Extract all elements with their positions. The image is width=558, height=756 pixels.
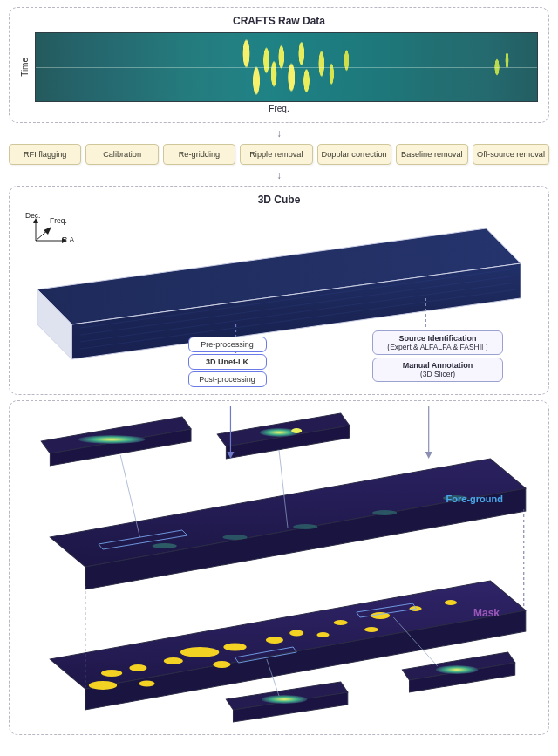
svg-point-20 <box>222 535 247 540</box>
svg-point-49 <box>445 600 457 605</box>
annotation-stack: Source Identification (Expert & ALFALFA … <box>372 330 503 382</box>
step-box: Baseline removal <box>396 144 468 165</box>
svg-point-21 <box>293 524 317 529</box>
svg-point-26 <box>78 435 146 444</box>
mask-label: Mask <box>473 607 500 619</box>
foreground-slab <box>50 459 525 589</box>
source-id-paren: (Expert & ALFALFA & FASHII ) <box>382 343 493 351</box>
svg-point-39 <box>164 657 183 664</box>
manual-annotation-title: Manual Annotation <box>382 361 493 370</box>
step-box: Dopplar correction <box>317 144 391 165</box>
svg-point-36 <box>129 664 146 671</box>
svg-marker-64 <box>425 452 432 459</box>
raw-data-panel: CRAFTS Raw Data Time Freq. <box>9 7 549 123</box>
raw-spectrogram <box>35 32 538 102</box>
svg-point-19 <box>153 543 177 548</box>
svg-point-41 <box>223 644 246 651</box>
svg-point-40 <box>180 647 219 657</box>
svg-point-53 <box>262 695 308 704</box>
freq-axis-label: Freq. <box>20 104 538 113</box>
results-svg <box>15 406 543 729</box>
svg-point-31 <box>291 428 302 433</box>
source-id-node: Source Identification (Expert & ALFALFA … <box>372 330 503 355</box>
source-id-title: Source Identification <box>382 334 493 343</box>
svg-point-42 <box>213 661 230 668</box>
cube-title: 3D Cube <box>20 194 538 206</box>
svg-point-37 <box>89 681 117 690</box>
svg-point-22 <box>372 510 397 515</box>
arrow-down-icon: ↓ <box>9 128 549 139</box>
model-node: 3D Unet-LK <box>188 354 267 370</box>
step-box: Off-source removal <box>473 144 549 165</box>
preprocessing-node: Pre-processing <box>188 337 267 352</box>
manual-annotation-node: Manual Annotation (3D Slicer) <box>372 358 503 382</box>
svg-point-44 <box>289 630 303 637</box>
svg-point-50 <box>364 627 378 632</box>
svg-point-46 <box>334 620 348 625</box>
svg-point-45 <box>316 632 329 637</box>
time-axis-label: Time <box>20 58 30 77</box>
step-box: Ripple removal <box>240 144 312 165</box>
raw-data-title: CRAFTS Raw Data <box>20 15 538 27</box>
pipeline-steps: RFI flagging Calibration Re-gridding Rip… <box>9 144 549 165</box>
arrow-down-icon: ↓ <box>9 170 549 180</box>
svg-point-38 <box>139 681 154 687</box>
svg-point-35 <box>101 670 122 677</box>
cube-panel: 3D Cube Dec. Freq. R.A. <box>9 186 549 395</box>
svg-point-43 <box>266 637 283 644</box>
svg-point-57 <box>436 665 478 674</box>
spectrogram-row: Time <box>20 32 538 102</box>
foreground-label: Fore-ground <box>446 494 503 504</box>
model-stack: Pre-processing 3D Unet-LK Post-processin… <box>188 337 267 387</box>
step-box: RFI flagging <box>9 144 81 165</box>
step-box: Re-gridding <box>163 144 235 165</box>
step-box: Calibration <box>85 144 158 165</box>
results-panel: Fore-ground Mask <box>9 400 549 735</box>
manual-annotation-paren: (3D Slicer) <box>382 370 493 378</box>
postprocessing-node: Post-processing <box>188 371 267 387</box>
